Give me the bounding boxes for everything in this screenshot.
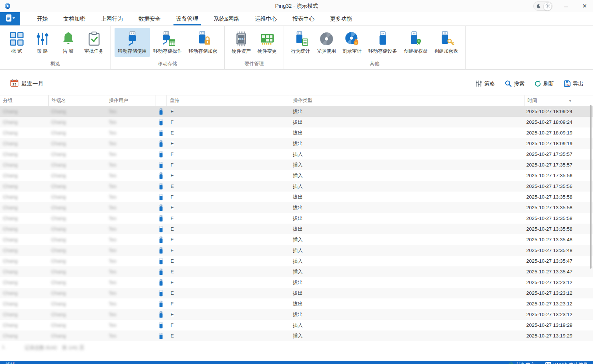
table-row[interactable]: ChangChangTesF拔出2025-10-27 13:35:58 <box>0 213 593 224</box>
table-row[interactable]: ChangChangTesE插入2025-10-27 13:19:29 <box>0 330 593 341</box>
cell-group: Chang <box>0 309 48 320</box>
table-row[interactable]: ChangChangTesF插入2025-10-27 17:35:57 <box>0 149 593 160</box>
menu-tab-6[interactable]: 系统&网络 <box>206 12 247 25</box>
cell-terminal: Chang <box>48 330 106 341</box>
column-header-7[interactable]: 时间▼ <box>524 95 576 106</box>
export-disk-icon <box>564 80 571 87</box>
ribbon-button[interactable]: 策 略 <box>29 28 55 57</box>
cell-user: Tes <box>106 149 155 160</box>
table-row[interactable]: ChangChangTesE插入2025-10-27 13:35:47 <box>0 256 593 266</box>
menu-tab-3[interactable]: 上网行为 <box>93 12 131 25</box>
cell-drive-letter: E <box>166 202 290 213</box>
table-row[interactable]: ChangChangTesF插入2025-10-27 13:35:48 <box>0 234 593 245</box>
ribbon-button[interactable]: 移动存储加密 <box>185 28 221 57</box>
ribbon-button[interactable]: 光驱使用 <box>313 28 339 57</box>
table-row[interactable]: ChangChangTesF拔出2025-10-27 13:23:12 <box>0 298 593 309</box>
theme-toggle[interactable] <box>533 1 552 11</box>
ribbon-button[interactable]: 移动存储操作 <box>150 28 185 57</box>
menu-tab-5[interactable]: 设备管理 <box>168 12 206 25</box>
ribbon-button[interactable]: 创建授权盘 <box>400 28 431 57</box>
column-header-6[interactable]: 操作类型 <box>290 95 524 106</box>
table-row[interactable]: ChangChangTesF拔出2025-10-27 18:09:24 <box>0 106 593 117</box>
ribbon-button[interactable]: 刻录审计 <box>339 28 365 57</box>
date-range-button[interactable]: 23 最近一月 <box>10 79 43 88</box>
app-window: Ping32 - 演示模式 – ✕ 开始文档加密上网行为数据安全设备管理系统&网… <box>0 0 593 364</box>
usb-drive-icon <box>155 234 166 245</box>
ribbon-button[interactable]: 移动存储设备 <box>365 28 400 57</box>
minimize-button[interactable]: – <box>562 0 571 12</box>
table-row[interactable]: ChangChangTesE插入2025-10-27 17:35:56 <box>0 170 593 181</box>
cell-drive-letter: E <box>166 127 290 138</box>
ribbon-button[interactable]: 概 览 <box>4 28 29 57</box>
table-header: 分组终端名操作用户盘符操作类型时间▼ <box>0 95 593 106</box>
usb-drive-icon <box>155 277 166 288</box>
column-header-3[interactable]: 操作用户 <box>106 95 155 106</box>
tool-search-button[interactable]: 搜索 <box>505 80 524 87</box>
unread-messages-button[interactable]: 8484条未读信息 <box>545 361 588 364</box>
ribbon-button[interactable]: 硬件变更 <box>254 28 280 57</box>
table-row[interactable]: ChangChangTesE插入2025-10-27 13:35:47 <box>0 266 593 277</box>
cell-group: Chang <box>0 160 48 170</box>
table-row[interactable]: ChangChangTesF插入2025-10-27 13:35:48 <box>0 245 593 256</box>
table-row[interactable]: ChangChangTesF插入2025-10-27 17:35:57 <box>0 160 593 170</box>
close-button[interactable]: ✕ <box>580 0 589 12</box>
ribbon-button[interactable]: 移动存储使用 <box>115 28 150 57</box>
ribbon-button[interactable]: 审批任务 <box>81 28 107 57</box>
table-row[interactable]: ChangChangTesE插入2025-10-27 17:35:56 <box>0 181 593 192</box>
column-header-4[interactable] <box>155 95 166 106</box>
column-header-1[interactable]: 分组 <box>0 95 48 106</box>
menu-tab-2[interactable]: 文档加密 <box>56 12 93 25</box>
ribbon-button-label: 移动存储操作 <box>153 48 182 55</box>
cell-time: 2025-10-27 13:23:12 <box>524 288 576 298</box>
column-header-5[interactable]: 盘符 <box>166 95 290 106</box>
cell-terminal: Chang <box>48 117 106 127</box>
cell-time: 2025-10-27 13:23:12 <box>524 277 576 288</box>
app-menu-button[interactable] <box>0 12 20 25</box>
tool-refresh-button[interactable]: 刷新 <box>534 80 554 87</box>
table-row[interactable]: ChangChangTesE拔出2025-10-27 13:23:12 <box>0 288 593 298</box>
status-bar: 就绪 任务中心 8484条未读信息 <box>0 361 593 364</box>
cell-drive-letter: F <box>166 245 290 256</box>
cell-terminal: Chang <box>48 234 106 245</box>
table-row[interactable]: ChangChangTesE拔出2025-10-27 13:35:58 <box>0 224 593 234</box>
cell-action-type: 插入 <box>290 330 524 341</box>
table-row[interactable]: ChangChangTesF拔出2025-10-27 18:09:24 <box>0 117 593 127</box>
column-header-2[interactable]: 终端名 <box>48 95 106 106</box>
ribbon-button-label: 移动存储设备 <box>368 48 397 55</box>
cell-time: 2025-10-27 13:35:47 <box>524 256 576 266</box>
cell-user: Tes <box>106 277 155 288</box>
ribbon-button[interactable]: CPU硬件资产 <box>228 28 254 57</box>
task-center-button[interactable]: 任务中心 <box>508 361 535 364</box>
table-row[interactable]: ChangChangTesE拔出2025-10-27 18:09:19 <box>0 138 593 149</box>
menu-tab-1[interactable]: 开始 <box>29 12 56 25</box>
table-row[interactable]: ChangChangTesE拔出2025-10-27 13:23:12 <box>0 309 593 320</box>
vertical-scrollbar-thumb[interactable] <box>590 105 592 269</box>
cell-terminal: Chang <box>48 277 106 288</box>
table-row[interactable]: ChangChangTesE拔出2025-10-27 18:09:19 <box>0 127 593 138</box>
cell-terminal: Chang <box>48 160 106 170</box>
ribbon-button[interactable]: 行为统计 <box>288 28 313 57</box>
usb-key-icon <box>438 31 455 47</box>
cell-action-type: 拔出 <box>290 224 524 234</box>
menu-tab-8[interactable]: 报表中心 <box>285 12 322 25</box>
menu-tab-9[interactable]: 更多功能 <box>322 12 360 25</box>
cell-group: Chang <box>0 138 48 149</box>
table-row[interactable]: ChangChangTesF插入2025-10-27 13:19:29 <box>0 320 593 330</box>
menu-tab-7[interactable]: 运维中心 <box>247 12 285 25</box>
usb-drive-icon <box>155 127 166 138</box>
cell-time: 2025-10-27 13:35:58 <box>524 202 576 213</box>
cell-action-type: 插入 <box>290 181 524 192</box>
sort-caret-icon[interactable]: ▼ <box>568 99 572 103</box>
tool-export-disk-button[interactable]: 导出 <box>564 80 583 87</box>
table-row[interactable]: ChangChangTesE拔出2025-10-27 13:35:58 <box>0 202 593 213</box>
ribbon-button-label: 硬件资产 <box>232 48 251 55</box>
table-row[interactable]: ChangChangTesF拔出2025-10-27 13:23:12 <box>0 277 593 288</box>
ribbon-button-label: 硬件变更 <box>257 48 277 55</box>
tool-sliders-button[interactable]: 策略 <box>475 80 495 87</box>
ribbon-button[interactable]: 创建加密盘 <box>431 28 462 57</box>
menu-tab-4[interactable]: 数据安全 <box>131 12 168 25</box>
ribbon-button[interactable]: 告 警 <box>55 28 81 57</box>
usb-drive-icon <box>155 309 166 320</box>
cell-terminal: Chang <box>48 170 106 181</box>
table-row[interactable]: ChangChangTesF拔出2025-10-27 13:35:58 <box>0 192 593 202</box>
